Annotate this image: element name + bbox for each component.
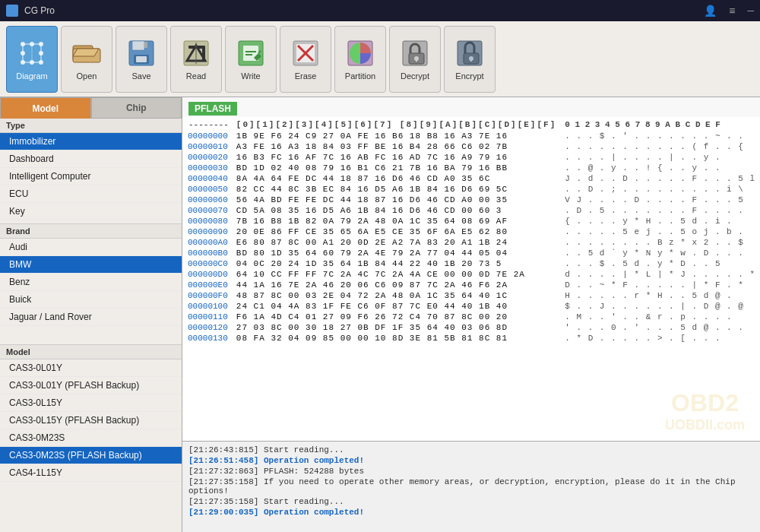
model-cas3-0m23s[interactable]: CAS3-0M23S	[0, 429, 182, 447]
hex-row: 0000009020 0E 86 FF CE 35 65 6A E5 CE 35…	[185, 226, 758, 237]
hex-ascii-cell: . . . . . 5 e j . . 5 o j . b .	[559, 226, 758, 237]
type-list: Immobilizer Dashboard Intelligent Comput…	[0, 133, 182, 224]
hex-ascii-cell: V J . . . . D . . . . F . . . 5	[559, 195, 758, 205]
hex-row: 000000408A 4A 64 FE DC 44 18 87 16 D6 46…	[185, 173, 758, 184]
hex-address: 00000050	[185, 184, 234, 195]
menu-icon[interactable]: ≡	[729, 5, 735, 17]
brand-item-audi[interactable]: Audi	[0, 239, 182, 256]
open-icon	[71, 38, 102, 68]
right-panel: PFLASH -------- [0][1][2][3][4][5][6][7]…	[182, 97, 760, 532]
hex-ascii-cell: . M . . ' . . & r . p . . . .	[559, 312, 758, 322]
tab-model[interactable]: Model	[0, 97, 91, 119]
hex-address: 00000020	[185, 152, 234, 163]
hex-ascii-cell: . D . 5 . . . . . . . F . . . .	[559, 205, 758, 216]
partition-icon	[345, 38, 375, 68]
hex-row: 000000001B 9E F6 24 C9 27 0A FE 16 B6 18…	[185, 131, 758, 141]
brand-item-buick[interactable]: Buick	[0, 291, 182, 309]
write-button[interactable]: Write	[225, 26, 277, 93]
open-button[interactable]: Open	[61, 26, 112, 93]
type-item-key[interactable]: Key	[0, 203, 182, 220]
model-cas3-0l15y[interactable]: CAS3-0L15Y	[0, 394, 182, 412]
save-label: Save	[131, 71, 150, 81]
hex-row: 00000010A3 FE 16 A3 18 84 03 FF BE 16 B4…	[185, 141, 758, 152]
hex-address: 00000030	[185, 163, 234, 173]
decrypt-button[interactable]: Decrypt	[389, 26, 441, 93]
titlebar: CG Pro 👤 ≡ ─	[0, 0, 760, 21]
encrypt-icon	[454, 38, 485, 68]
hex-row: 0000010024 C1 04 4A 83 1F FE C6 0F 87 7C…	[185, 301, 758, 312]
hex-address: 000000E0	[185, 280, 234, 290]
model-chip-tabs: Model Chip	[0, 97, 182, 119]
decrypt-icon	[400, 38, 430, 68]
app-title: CG Pro	[24, 5, 698, 16]
hex-ascii-cell: . . . . . . . . . . . ( f . . {	[559, 141, 758, 152]
type-item-ecu[interactable]: ECU	[0, 185, 182, 203]
hex-ascii-cell: . . . . . . . . B z * x 2 . . $	[559, 237, 758, 248]
model-cas3-0l15y-backup[interactable]: CAS3-0L15Y (PFLASH Backup)	[0, 412, 182, 429]
hex-bytes-cell: 04 0C 20 24 1D 35 64 1B 84 44 22 40 1B 2…	[234, 258, 559, 269]
hex-bytes-cell: 1B 9E F6 24 C9 27 0A FE 16 B6 18 B8 16 A…	[234, 131, 559, 141]
pflash-bar: PFLASH	[182, 97, 760, 117]
type-item-intelligent[interactable]: Intelligent Computer	[0, 168, 182, 185]
encrypt-label: Encrypt	[455, 71, 483, 81]
hex-row: 0000002016 B3 FC 16 AF 7C 16 AB FC 16 AD…	[185, 152, 758, 163]
log-entry: [21:29:00:035] Operation completed!	[188, 507, 754, 518]
app-icon	[6, 5, 18, 17]
write-label: Write	[241, 71, 260, 81]
model-cas3-0m23s-backup[interactable]: CAS3-0M23S (PFLASH Backup)	[0, 447, 182, 464]
hex-address: 00000080	[185, 216, 234, 226]
model-cas4-1l15y[interactable]: CAS4-1L15Y	[0, 464, 182, 482]
hex-row: 000000E044 1A 16 7E 2A 46 20 06 C6 09 87…	[185, 280, 758, 290]
hex-header-row: --------	[185, 119, 234, 131]
brand-item-bmw[interactable]: BMW	[0, 256, 182, 274]
brand-item-benz[interactable]: Benz	[0, 274, 182, 291]
partition-button[interactable]: Partition	[334, 26, 386, 93]
content-area: Model Chip Type Immobilizer Dashboard In…	[0, 97, 760, 532]
log-entry: [21:26:43:815] Start reading...	[188, 445, 754, 455]
hex-row: 000000807B 16 B8 1B 82 0A 79 2A 48 0A 1C…	[185, 216, 758, 226]
save-button[interactable]: Save	[116, 26, 167, 93]
hex-bytes-cell: A3 FE 16 A3 18 84 03 FF BE 16 B4 28 66 C…	[234, 141, 559, 152]
hex-view[interactable]: -------- [0][1][2][3][4][5][6][7] [8][9]…	[182, 117, 760, 441]
brand-item-jaguar[interactable]: Jaguar / Land Rover	[0, 309, 182, 326]
hex-ascii-cell: H . . . . . r * H . . 5 d @ .	[559, 290, 758, 301]
model-cas3-0l01y-backup[interactable]: CAS3-0L01Y (PFLASH Backup)	[0, 377, 182, 394]
hex-body: 000000001B 9E F6 24 C9 27 0A FE 16 B6 18…	[185, 131, 758, 344]
model-cas3-0l01y[interactable]: CAS3-0L01Y	[0, 359, 182, 377]
brand-list: Audi BMW Benz Buick Jaguar / Land Rover	[0, 239, 182, 345]
model-list: CAS3-0L01Y CAS3-0L01Y (PFLASH Backup) CA…	[0, 359, 182, 532]
hex-ascii-cell: { . . . . y * H . . 5 d . i .	[559, 216, 758, 226]
hex-ascii-cell: ' . . . 0 . ' . . . 5 d @ . . .	[559, 322, 758, 333]
hex-ascii-cell: . . . . | . . . . | . . y .	[559, 152, 758, 163]
encrypt-button[interactable]: Encrypt	[444, 26, 496, 93]
erase-button[interactable]: Erase	[280, 26, 331, 93]
pflash-label: PFLASH	[188, 102, 237, 116]
svg-rect-20	[144, 42, 147, 48]
hex-bytes-cell: 7B 16 B8 1B 82 0A 79 2A 48 0A 1C 35 64 0…	[234, 216, 559, 226]
hex-bytes-cell: 27 03 8C 00 30 18 27 0B DF 1F 35 64 40 0…	[234, 322, 559, 333]
hex-header-bytes: [0][1][2][3][4][5][6][7] [8][9][A][B][C]…	[234, 119, 559, 131]
hex-address: 00000120	[185, 322, 234, 333]
diagram-icon	[17, 38, 47, 68]
tab-chip[interactable]: Chip	[91, 97, 182, 119]
user-icon[interactable]: 👤	[704, 5, 717, 17]
hex-address: 000000A0	[185, 237, 234, 248]
hex-address: 000000F0	[185, 290, 234, 301]
hex-address: 00000130	[185, 333, 234, 344]
type-item-dashboard[interactable]: Dashboard	[0, 150, 182, 168]
save-icon	[126, 38, 157, 68]
hex-row: 00000110F6 1A 4D C4 01 27 09 F6 26 72 C4…	[185, 312, 758, 322]
hex-ascii-cell: D . . ~ * F . . . . . | * F . *	[559, 280, 758, 290]
minimize-btn[interactable]: ─	[747, 5, 754, 16]
hex-row: 0000006056 4A BD FE FE DC 44 18 87 16 D6…	[185, 195, 758, 205]
log-entry: [21:27:35:158] If you need to operate ot…	[188, 477, 754, 496]
hex-address: 00000090	[185, 226, 234, 237]
diagram-button[interactable]: Diagram	[6, 26, 58, 93]
hex-address: 00000070	[185, 205, 234, 216]
read-button[interactable]: Read	[170, 26, 222, 93]
type-item-immobilizer[interactable]: Immobilizer	[0, 133, 182, 150]
toolbar: Diagram Open	[0, 21, 760, 97]
hex-address: 00000040	[185, 173, 234, 184]
hex-address: 00000060	[185, 195, 234, 205]
svg-rect-43	[470, 59, 472, 62]
